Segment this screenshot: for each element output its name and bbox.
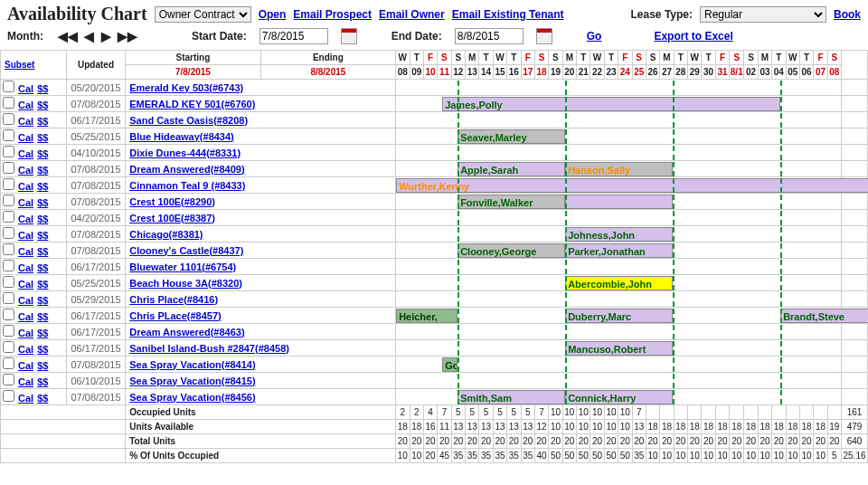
property-link[interactable]: Dixie Dunes-444(#8331) <box>129 147 241 158</box>
month-first-icon[interactable]: ◀◀ <box>58 29 78 43</box>
property-link[interactable]: Dream Answered(#8463) <box>129 327 244 338</box>
email-prospect-link[interactable]: Email Prospect <box>293 8 372 21</box>
cal-link[interactable]: Cal <box>18 246 33 257</box>
dollar-link[interactable]: $$ <box>37 393 48 404</box>
cal-link[interactable]: Cal <box>18 295 33 306</box>
cal-link[interactable]: Cal <box>18 311 33 322</box>
row-checkbox[interactable] <box>3 309 14 320</box>
booking-bar[interactable]: Mancuso,Robert <box>565 341 673 356</box>
property-link[interactable]: Emerald Key 503(#6743) <box>129 82 243 93</box>
property-link[interactable]: Crest 100E(#8387) <box>129 213 215 223</box>
row-checkbox[interactable] <box>3 146 14 157</box>
email-existing-link[interactable]: Email Existing Tenant <box>452 8 564 21</box>
dollar-link[interactable]: $$ <box>37 246 48 257</box>
dollar-link[interactable]: $$ <box>37 197 48 208</box>
cal-link[interactable]: Cal <box>18 165 33 176</box>
property-link[interactable]: Sanibel Island-Bush #2847(#8458) <box>129 343 289 354</box>
cal-link[interactable]: Cal <box>18 344 33 355</box>
cal-link[interactable]: Cal <box>18 262 33 273</box>
dollar-link[interactable]: $$ <box>37 116 48 127</box>
booking-bar[interactable]: Brandt,Steve <box>780 309 868 323</box>
book-link[interactable]: Book <box>834 8 861 21</box>
property-link[interactable]: Clooney's Castle(#8437) <box>129 245 243 256</box>
dollar-link[interactable]: $$ <box>37 230 48 241</box>
dollar-link[interactable]: $$ <box>37 165 48 176</box>
property-link[interactable]: Bluewater 1101(#6754) <box>129 262 236 272</box>
row-checkbox[interactable] <box>3 357 14 369</box>
cal-link[interactable]: Cal <box>18 230 33 241</box>
booking-bar[interactable]: James,Polly <box>442 97 780 111</box>
month-last-icon[interactable]: ▶▶ <box>118 29 137 43</box>
booking-bar[interactable]: Duberry,Marc <box>565 309 673 323</box>
row-checkbox[interactable] <box>3 129 14 141</box>
booking-bar[interactable]: Smith,Sam <box>458 390 565 404</box>
row-checkbox[interactable] <box>3 390 14 402</box>
dollar-link[interactable]: $$ <box>37 360 48 371</box>
row-checkbox[interactable] <box>3 243 14 255</box>
dollar-link[interactable]: $$ <box>37 100 48 110</box>
lease-type-select[interactable]: Regular <box>700 6 826 23</box>
row-checkbox[interactable] <box>3 276 14 288</box>
property-link[interactable]: Chicago(#8381) <box>129 229 203 240</box>
row-checkbox[interactable] <box>3 374 14 385</box>
cal-link[interactable]: Cal <box>18 100 33 110</box>
booking-bar[interactable]: Clooney,George <box>458 243 565 258</box>
property-link[interactable]: Chris PLace(#8457) <box>129 310 222 321</box>
end-date-input[interactable] <box>455 28 524 44</box>
booking-bar[interactable] <box>565 195 673 209</box>
property-link[interactable]: Beach House 3A(#8320) <box>129 278 242 289</box>
property-link[interactable]: Sea Spray Vacation(#8414) <box>129 359 255 370</box>
row-checkbox[interactable] <box>3 195 14 206</box>
calendar-icon[interactable] <box>341 28 357 44</box>
booking-bar[interactable]: Abercombie,John <box>565 276 673 290</box>
dollar-link[interactable]: $$ <box>37 214 48 224</box>
booking-bar[interactable]: Heicher, <box>396 309 458 323</box>
cal-link[interactable]: Cal <box>18 279 33 290</box>
cal-link[interactable]: Cal <box>18 214 33 224</box>
open-link[interactable]: Open <box>259 8 287 21</box>
row-checkbox[interactable] <box>3 325 14 337</box>
booking-bar[interactable]: Wurther,Kenny <box>396 178 868 193</box>
cal-link[interactable]: Cal <box>18 132 33 143</box>
dollar-link[interactable]: $$ <box>37 376 48 387</box>
property-link[interactable]: Sea Spray Vacation(#8456) <box>129 392 255 403</box>
start-date-input[interactable] <box>259 28 328 44</box>
booking-bar[interactable]: Seaver,Marley <box>458 129 565 144</box>
cal-link[interactable]: Cal <box>18 181 33 192</box>
property-link[interactable]: EMERALD KEY 501(#6760) <box>129 99 255 109</box>
cal-link[interactable]: Cal <box>18 148 33 159</box>
property-link[interactable]: Chris Place(#8416) <box>129 294 218 305</box>
cal-link[interactable]: Cal <box>18 116 33 127</box>
property-link[interactable]: Blue Hideaway(#8434) <box>129 131 234 142</box>
cal-link[interactable]: Cal <box>18 328 33 338</box>
row-checkbox[interactable] <box>3 227 14 239</box>
property-link[interactable]: Crest 100E(#8290) <box>129 196 215 207</box>
dollar-link[interactable]: $$ <box>37 181 48 192</box>
property-link[interactable]: Cinnamon Teal 9 (#8433) <box>129 180 245 191</box>
cal-link[interactable]: Cal <box>18 83 33 94</box>
month-next-icon[interactable]: ▶ <box>101 29 111 43</box>
row-checkbox[interactable] <box>3 211 14 223</box>
row-checkbox[interactable] <box>3 81 14 92</box>
property-link[interactable]: Sand Caste Oasis(#8208) <box>129 115 248 126</box>
cal-link[interactable]: Cal <box>18 360 33 371</box>
cal-link[interactable]: Cal <box>18 393 33 404</box>
booking-bar[interactable]: Fonville,Walker <box>458 195 565 209</box>
calendar-icon[interactable] <box>536 28 552 44</box>
email-owner-link[interactable]: Email Owner <box>379 8 445 21</box>
dollar-link[interactable]: $$ <box>37 132 48 143</box>
booking-bar[interactable]: Johness,John <box>565 227 673 242</box>
cal-link[interactable]: Cal <box>18 376 33 387</box>
dollar-link[interactable]: $$ <box>37 83 48 94</box>
subset-header[interactable]: Subset <box>5 60 34 70</box>
dollar-link[interactable]: $$ <box>37 148 48 159</box>
booking-bar[interactable]: Parker,Jonathan <box>565 243 673 258</box>
dollar-link[interactable]: $$ <box>37 311 48 322</box>
month-prev-icon[interactable]: ◀ <box>84 29 94 43</box>
dollar-link[interactable]: $$ <box>37 328 48 338</box>
property-link[interactable]: Sea Spray Vacation(#8415) <box>129 376 255 386</box>
row-checkbox[interactable] <box>3 341 14 353</box>
booking-bar[interactable]: Gome <box>442 357 458 372</box>
go-link[interactable]: Go <box>587 30 602 43</box>
booking-bar[interactable]: Connick,Harry <box>565 390 673 404</box>
